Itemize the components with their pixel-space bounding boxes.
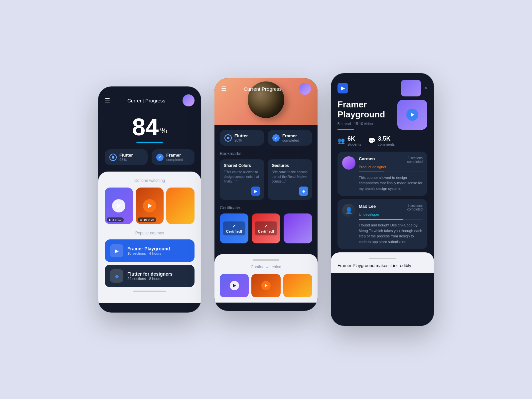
flutter-icon: ◆ [115,273,119,279]
framer-check-icon: ✓ [159,155,161,159]
phone2-framer-check-icon: ✓ [275,136,277,140]
gear-badge-icon: ⚙ [140,218,142,221]
video-thumb-1[interactable]: ▶ 3 of 10 [105,188,133,224]
phone2-flutter-circle [224,134,232,142]
flutter-pill-text: Flutter 98% [119,153,133,162]
courses-pills: Flutter 98% ✓ Framer completed [98,149,201,172]
bookmark-shared-colors[interactable]: Shared Colors "This course allowed to de… [220,159,264,200]
watch-bg-3 [283,274,312,297]
max-progress-fill [359,219,403,220]
comments-icon: 💬 [368,137,375,144]
watch-thumb-3[interactable] [283,274,312,297]
bookmark-gestures[interactable]: Gestures "Welcome to the second part of … [268,159,312,200]
watch-play-1[interactable] [230,281,239,290]
framer-pill[interactable]: ✓ Framer completed [152,149,195,165]
phone2-flutter-dot [227,137,229,139]
flutter-name: Flutter [119,153,133,158]
max-role: UI developer [359,212,423,216]
hero-area: Framer Playground 5m read · 15:10 video [331,100,434,135]
comment-row-max: 👤 Max Lee 9 sections completed UI develo… [342,204,423,244]
max-sections-count: 9 sections [407,204,423,207]
phone2-framer-pill[interactable]: ✓ Framer completed [268,130,312,146]
phone2-bottom-pill [253,259,279,261]
max-sections-status: completed [407,207,423,211]
watch-bg-2 [251,274,280,297]
framer-sub: completed [166,158,183,162]
bookmark-title-2: Gestures [272,163,308,168]
course-meta: 5m read · 15:10 video [337,122,397,126]
framer-playground-card[interactable]: ▶ Framer Playground 10 sections - 4 hour… [105,239,195,262]
carmen-avatar [342,156,355,170]
phone2-flutter-text: Flutter 98% [234,133,248,142]
framer-pill-text: Framer completed [166,153,183,162]
avatar[interactable] [183,94,195,106]
bookmarks-label: Bookmarks [220,151,312,156]
watch-row [220,274,312,297]
flutter-icon-circle [109,154,117,161]
framer-icon: ▶ [115,248,119,254]
max-avatar: 👤 [342,204,355,217]
carmen-role: Product designer [359,165,423,169]
video-thumb-3[interactable] [166,188,195,224]
flutter-designers-card[interactable]: ◆ Flutter for designers 24 sections - 8 … [105,265,195,287]
watch-play-2[interactable] [261,281,271,290]
hero-text: Framer Playground 5m read · 15:10 video [337,100,397,130]
progress-bar [136,142,163,143]
flutter-bookmark-icon: ◆ [302,189,305,194]
flutter-designers-meta: 24 sections - 8 hours [127,277,173,281]
cert-check-1: ✓ [232,223,236,229]
popular-courses-label: Popular courses [105,231,195,235]
bookmark-flutter-icon: ◆ [299,187,308,196]
phone2-body: Flutter 98% ✓ Framer completed Bookmarks [214,125,318,254]
flutter-designers-icon: ◆ [110,269,123,283]
certs-row: ✓ Certified! ✓ Certified! [220,213,312,243]
comments-section: Carmen 3 sections completed Product desi… [331,152,434,249]
close-button[interactable]: × [424,85,427,91]
flutter-pill[interactable]: Flutter 98% [105,149,148,165]
hero-play-triangle [411,113,414,117]
play-triangle-2 [148,203,152,208]
hero-play-button[interactable] [406,109,418,121]
comment-carmen: Carmen 3 sections completed Product desi… [337,152,427,196]
phone2-avatar[interactable] [299,83,311,95]
framer-playground-icon: ▶ [110,244,123,257]
cert-3[interactable] [284,213,312,243]
video-thumb-2[interactable]: ⚙ 10 of 24 [136,188,164,224]
bookmark-framer-icon: ▶ [251,187,260,196]
flutter-designers-name: Flutter for designers [127,271,173,277]
cert-text-1: Certified! [226,229,242,233]
bottom-preview-text: Framer Playground makes it incredibly [337,263,427,268]
framer-playground-name: Framer Playground [127,246,170,251]
watch-thumb-1[interactable] [220,274,249,297]
cert-check-2: ✓ [264,223,268,229]
play-button-1[interactable] [112,199,125,212]
max-avatar-initial: 👤 [345,207,352,214]
phone1-header: ☰ Current Progress [98,86,201,112]
max-comment-text: I found and bought Design+Code by Meng T… [359,222,423,244]
comments-label: comments [378,142,395,146]
accent-bar [337,129,354,130]
carmen-progress-fill [359,172,384,172]
framer-bookmark-icon: ▶ [254,189,257,194]
watch-thumb-2[interactable] [251,274,280,297]
students-value: 6K [347,135,361,142]
phone1: ☰ Current Progress 84% Flutter 98% [98,86,201,313]
max-sections: 9 sections completed [407,204,423,211]
framer-logo-icon: ▶ [341,85,345,91]
max-header: Max Lee 9 sections completed [359,204,423,211]
bottom-pill-1 [133,291,166,292]
hero-thumbnail[interactable] [397,100,427,130]
phone3: ▶ × Framer Playground 5m read · 15:10 vi… [331,73,434,326]
cert-2[interactable]: ✓ Certified! [252,213,280,243]
menu-icon[interactable]: ☰ [105,97,110,104]
carmen-progress-bar [359,172,423,172]
phone2-menu-icon[interactable]: ☰ [221,85,226,92]
framer-name: Framer [166,153,183,158]
play-button-2[interactable] [143,199,156,212]
bookmark-icon-row-2: ◆ [272,187,308,196]
phone2-flutter-pill[interactable]: Flutter 98% [220,130,264,146]
phone2-pills: Flutter 98% ✓ Framer completed [220,130,312,146]
cert-1[interactable]: ✓ Certified! [220,213,248,243]
phone1-title: Current Progress [127,98,165,103]
bookmark-text-1: "This course allowed to design component… [224,170,260,184]
